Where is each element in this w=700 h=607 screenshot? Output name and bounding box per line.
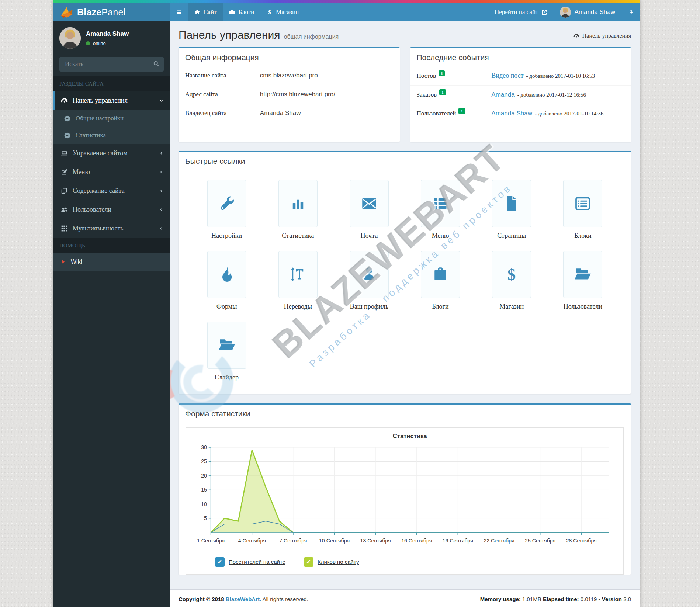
row-label: Заказов [417, 91, 437, 98]
recent-events-panel: Последние события Постов3 Видео пост- до… [410, 47, 631, 142]
event-link[interactable]: Видео пост [491, 72, 523, 79]
svg-text:5: 5 [204, 515, 207, 521]
sidebar-item-wiki[interactable]: Wiki [53, 253, 170, 271]
avatar [560, 7, 571, 18]
list-alt-icon [574, 195, 592, 212]
quick-link-translations[interactable] [278, 251, 318, 298]
count-badge: 3 [439, 70, 445, 76]
sidebar-section-main: РАЗДЕЛЫ САЙТА [53, 76, 170, 91]
sidebar-item-dashboard[interactable]: Панель управления [53, 91, 170, 110]
quick-link-menu[interactable] [421, 180, 460, 227]
legend-item-visitors[interactable]: ✓ Посетителей на сайте [215, 557, 285, 567]
rainbow-strip [53, 0, 640, 3]
svg-text:Статистика: Статистика [393, 433, 427, 440]
page-subtitle: общая информация [284, 34, 339, 40]
nav-item-site[interactable]: Сайт [188, 3, 223, 21]
chevron-down-icon [159, 98, 164, 103]
sidebar-item-label: Управление сайтом [73, 149, 127, 157]
sidebar-item-label: Панель управления [73, 97, 128, 104]
quick-link-label[interactable]: Пользователи [563, 303, 602, 311]
quick-link-blocks[interactable] [563, 180, 602, 227]
app-window: BlazePanel Сайт Блоги Магазин Перейти на… [53, 0, 640, 607]
site-url-link[interactable]: http://cms.blazewebart.pro/ [260, 91, 335, 98]
dollar-icon [267, 9, 273, 15]
quick-link-mail[interactable] [350, 180, 389, 227]
quick-link-label[interactable]: Блоги [421, 303, 460, 311]
quick-link-label[interactable]: Магазин [492, 303, 531, 311]
visitors-checkbox[interactable]: ✓ [215, 557, 225, 567]
brand-name: BlazePanel [77, 7, 125, 18]
site-owner-link[interactable]: Amanda Shaw [260, 110, 301, 117]
quick-link-slider[interactable] [207, 322, 246, 369]
quick-link-label[interactable]: Ваш профиль [350, 303, 389, 311]
svg-text:7 Сентября: 7 Сентября [279, 538, 307, 544]
envelope-icon [360, 195, 378, 212]
count-badge: 1 [439, 89, 446, 95]
quick-link-label[interactable]: Блоки [563, 232, 602, 240]
user-menu[interactable]: Amanda Shaw [554, 3, 621, 21]
svg-text:1 Сентября: 1 Сентября [197, 538, 225, 544]
svg-text:13 Сентября: 13 Сентября [360, 538, 391, 544]
sidebar-item-menu[interactable]: Меню [53, 163, 170, 181]
sidebar-item-label: Общие настройки [76, 115, 124, 122]
quick-link-blogs[interactable] [421, 251, 460, 298]
wrench-icon [218, 195, 236, 212]
sidebar-item-multilanguage[interactable]: Мультиязычность [53, 219, 170, 238]
quick-link-settings[interactable] [207, 180, 246, 227]
online-status-label: online [93, 41, 106, 46]
quick-link-label[interactable]: Формы [207, 303, 246, 311]
row-label: Владелец сайта [185, 110, 260, 117]
quick-link-pages[interactable] [492, 180, 531, 227]
quick-link-label[interactable]: Страницы [492, 232, 531, 240]
quick-link-users[interactable] [563, 251, 602, 298]
laptop-icon [61, 150, 68, 157]
quick-link-forms[interactable] [207, 251, 246, 298]
quick-link-store[interactable] [492, 251, 531, 298]
legend-item-clicks[interactable]: ✓ Кликов по сайту [304, 557, 359, 567]
breadcrumb[interactable]: Панель управления [573, 32, 631, 39]
event-link[interactable]: Amanda [491, 91, 514, 98]
sidebar-item-general-settings[interactable]: Общие настройки [53, 110, 170, 127]
quick-link-label[interactable]: Переводы [278, 303, 318, 311]
quick-link-label[interactable]: Слайдер [207, 374, 246, 381]
svg-text:16 Сентября: 16 Сентября [401, 538, 432, 544]
quick-link-profile[interactable] [350, 251, 389, 298]
svg-text:4 Сентября: 4 Сентября [238, 538, 266, 544]
clicks-checkbox[interactable]: ✓ [304, 557, 313, 567]
dashboard-icon [61, 97, 68, 104]
chart-canvas: Статистика510152025301 Сентября4 Сентябр… [191, 431, 619, 555]
arrow-circle-right-icon [64, 132, 71, 139]
quick-link-label[interactable]: Настройки [207, 232, 246, 240]
row-label: Постов [417, 72, 436, 79]
quick-link-label[interactable]: Меню [421, 232, 460, 240]
nav-item-blogs[interactable]: Блоги [223, 3, 260, 21]
sidebar-item-site-management[interactable]: Управление сайтом [53, 144, 170, 163]
panel-title: Общая информация [179, 48, 400, 66]
search-icon [153, 60, 159, 67]
count-badge: 1 [458, 108, 465, 114]
sidebar-item-users[interactable]: Пользователи [53, 200, 170, 219]
copy-icon [61, 187, 68, 194]
event-link[interactable]: Amanda Shaw [491, 110, 532, 117]
nav-item-store[interactable]: Магазин [260, 3, 305, 21]
quick-link-label[interactable]: Статистика [278, 232, 318, 240]
quick-link-label[interactable]: Почта [350, 232, 389, 240]
svg-text:30: 30 [201, 444, 207, 450]
search-button[interactable] [148, 57, 164, 72]
sidebar-toggle-button[interactable] [170, 3, 188, 21]
sidebar-section-help: ПОМОЩЬ [53, 238, 170, 253]
external-link-icon [541, 9, 547, 15]
quick-link-statistics[interactable] [278, 180, 318, 227]
sidebar-item-site-content[interactable]: Содержание сайта [53, 181, 170, 200]
top-navbar: BlazePanel Сайт Блоги Магазин Перейти на… [53, 3, 640, 21]
brand-logo[interactable]: BlazePanel [53, 3, 170, 21]
sidebar-item-statistics[interactable]: Статистика [53, 127, 170, 144]
row-label: Адрес сайта [185, 91, 260, 98]
footer: Copyright © 2018 BlazeWebArt. All rights… [170, 589, 640, 607]
page-title: Панель управления [179, 29, 280, 41]
goto-site-link[interactable]: Перейти на сайт [488, 3, 554, 21]
footer-brand-link[interactable]: BlazeWebArt. [226, 596, 261, 602]
logout-button[interactable] [621, 3, 640, 21]
grid-icon [61, 225, 68, 232]
breadcrumb-label: Панель управления [582, 32, 631, 39]
